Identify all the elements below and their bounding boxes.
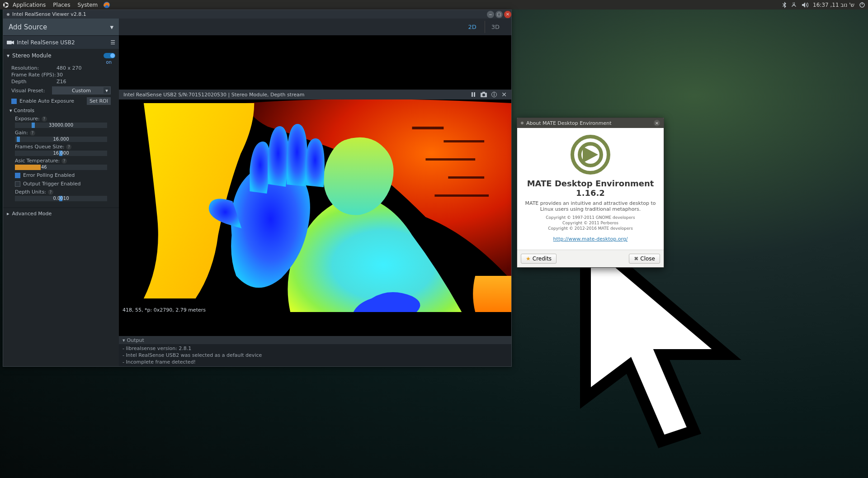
triangle-right-icon: ▸ — [7, 211, 9, 217]
output-trigger-label: Output Trigger Enabled — [23, 181, 81, 187]
depth-value: Z16 — [57, 79, 66, 85]
menu-system[interactable]: System — [74, 2, 101, 8]
help-icon[interactable]: ? — [61, 158, 67, 164]
pause-icon[interactable] — [471, 92, 476, 97]
close-stream-icon[interactable]: ✕ — [501, 91, 507, 98]
menu-places[interactable]: Places — [49, 2, 74, 8]
auto-exposure-checkbox[interactable] — [11, 99, 17, 104]
help-icon[interactable]: ? — [66, 144, 71, 150]
window-indicator-icon — [7, 13, 9, 16]
asic-temp-value: 46 — [15, 165, 107, 170]
network-icon[interactable] — [791, 2, 797, 8]
volume-icon[interactable] — [802, 2, 808, 8]
svg-point-12 — [482, 94, 485, 96]
asic-temp-label: Asic Temperature: — [15, 158, 60, 164]
error-polling-label: Error Polling Enabled — [23, 172, 75, 178]
menu-applications[interactable]: Applications — [9, 2, 49, 8]
star-icon: ★ — [526, 256, 531, 262]
output-line: - librealsense version: 2.8.1 — [123, 345, 508, 352]
module-header[interactable]: ▾ Stereo Module — [7, 51, 115, 61]
stream-cursor-readout: 418, 55, *p: 0x2790, 2.79 meters — [123, 307, 206, 313]
svg-point-3 — [4, 2, 5, 4]
fps-value: 30 — [57, 72, 63, 78]
firefox-launcher-icon[interactable] — [101, 1, 112, 9]
close-label: Close — [640, 256, 655, 262]
resolution-value: 480 x 270 — [57, 65, 82, 71]
view-toolbar: 2D 3D — [119, 19, 511, 35]
gain-label: Gain: — [15, 130, 28, 136]
hamburger-icon[interactable]: ☰ — [110, 39, 115, 46]
gain-slider[interactable]: 16.000 — [15, 137, 107, 142]
bluetooth-icon[interactable] — [782, 2, 787, 8]
asic-temp-slider[interactable]: 46 — [15, 165, 107, 170]
visual-preset-select[interactable]: Custom ▾ — [52, 86, 111, 95]
window-titlebar[interactable]: Intel RealSense Viewer v2.8.1 ‒ ▢ ✕ — [3, 10, 511, 19]
output-header[interactable]: ▾ Output — [119, 336, 511, 344]
resolution-label: Resolution: — [11, 65, 57, 71]
add-source-dropdown[interactable]: Add Source ▾ — [3, 19, 119, 35]
depth-units-slider[interactable]: 0.0010 — [15, 196, 107, 201]
output-trigger-checkbox[interactable] — [15, 181, 20, 187]
dialog-close-icon[interactable]: ✕ — [654, 120, 660, 126]
clock-text[interactable]: 16:37 ,11 ש' נוב — [813, 2, 854, 8]
auto-exposure-label: Enable Auto Exposure — [19, 98, 74, 104]
set-roi-button[interactable]: Set ROI — [87, 97, 111, 105]
exposure-label: Exposure: — [15, 116, 40, 122]
window-minimize-button[interactable]: ‒ — [487, 11, 494, 18]
window-indicator-icon — [521, 122, 524, 124]
module-name: Stereo Module — [12, 52, 52, 59]
credits-button[interactable]: ★Credits — [521, 254, 557, 264]
frames-queue-slider[interactable]: 16.000 — [15, 151, 107, 156]
dialog-title: About MATE Desktop Environment — [526, 120, 611, 126]
dropdown-icon: ▾ — [104, 87, 110, 94]
add-source-label: Add Source — [9, 23, 47, 31]
switch-on-label: on — [7, 60, 115, 65]
power-icon[interactable] — [859, 2, 865, 8]
fps-label: Frame Rate (FPS): — [11, 72, 57, 78]
depth-label: Depth — [11, 79, 57, 85]
device-row[interactable]: Intel RealSense USB2 ☰ — [3, 35, 119, 49]
tab-3d[interactable]: 3D — [485, 21, 506, 33]
gain-value: 16.000 — [15, 137, 107, 142]
svg-rect-20 — [425, 158, 475, 161]
advanced-mode-header[interactable]: ▸ Advanced Mode — [3, 208, 119, 219]
close-button[interactable]: ✖Close — [629, 254, 660, 264]
visual-preset-label: Visual Preset: — [11, 88, 52, 94]
window-close-button[interactable]: ✕ — [504, 11, 511, 18]
triangle-down-icon: ▾ — [7, 52, 9, 59]
mate-copyright-3: Copyright © 2012-2016 MATE developers — [523, 226, 658, 231]
help-icon[interactable]: ? — [48, 189, 53, 195]
info-icon[interactable] — [491, 92, 497, 97]
tab-2d[interactable]: 2D — [462, 21, 482, 33]
controls-label: Controls — [14, 108, 35, 114]
help-icon[interactable]: ? — [30, 130, 35, 136]
dialog-titlebar[interactable]: About MATE Desktop Environment ✕ — [517, 118, 664, 128]
depth-stream-image[interactable]: 418, 55, *p: 0x2790, 2.79 meters — [119, 99, 511, 317]
snapshot-icon[interactable] — [481, 92, 487, 97]
camera-icon — [7, 40, 14, 45]
svg-point-4 — [4, 5, 5, 7]
window-maximize-button[interactable]: ▢ — [495, 11, 503, 18]
stream-header-text: Intel RealSense USB2 S/N:701512020530 | … — [123, 92, 305, 98]
svg-rect-13 — [482, 92, 485, 93]
depth-units-value: 0.0010 — [15, 196, 107, 201]
help-icon[interactable]: ? — [42, 116, 47, 122]
ubuntu-logo-icon — [3, 2, 9, 8]
output-line: - Incomplete frame detected! — [123, 359, 508, 365]
exposure-slider[interactable]: 33000.000 — [15, 123, 107, 128]
output-line: - Intel RealSense USB2 was selected as a… — [123, 352, 508, 359]
mate-description: MATE provides an intuitive and attractiv… — [523, 200, 658, 212]
advanced-mode-label: Advanced Mode — [12, 211, 52, 217]
triangle-down-icon: ▾ — [123, 337, 125, 343]
error-polling-checkbox[interactable] — [15, 173, 20, 178]
svg-rect-8 — [7, 41, 12, 44]
controls-header[interactable]: ▾ Controls — [7, 106, 115, 115]
visual-preset-value: Custom — [72, 88, 91, 94]
frames-queue-value: 16.000 — [15, 151, 107, 156]
svg-rect-21 — [448, 176, 484, 179]
svg-point-16 — [494, 93, 495, 94]
exposure-value: 33000.000 — [15, 123, 107, 128]
module-switch[interactable] — [104, 53, 115, 58]
realsense-viewer-window: Intel RealSense Viewer v2.8.1 ‒ ▢ ✕ Add … — [3, 9, 512, 367]
mate-url-link[interactable]: http://www.mate-desktop.org/ — [553, 236, 628, 242]
